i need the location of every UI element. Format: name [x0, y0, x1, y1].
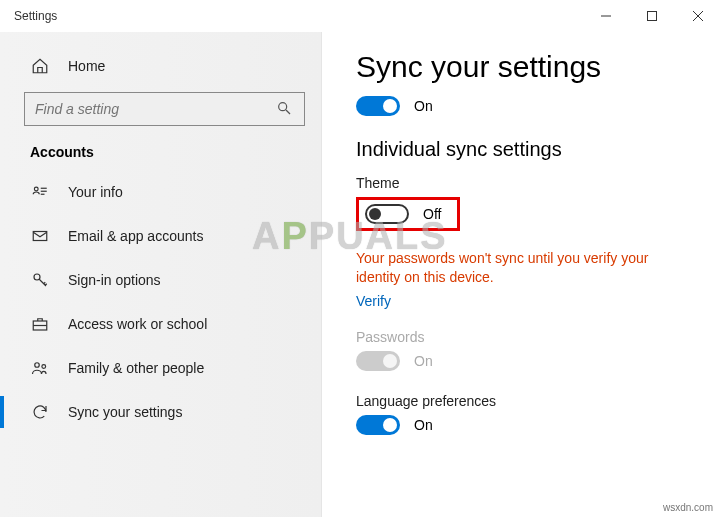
language-state: On [414, 417, 433, 433]
nav-family-people[interactable]: Family & other people [0, 346, 321, 390]
minimize-icon [601, 11, 611, 21]
nav-your-info[interactable]: Your info [0, 170, 321, 214]
minimize-button[interactable] [583, 0, 629, 32]
sync-icon [30, 403, 50, 421]
nav-signin-options[interactable]: Sign-in options [0, 258, 321, 302]
nav-email-accounts[interactable]: Email & app accounts [0, 214, 321, 258]
theme-label: Theme [356, 175, 693, 191]
person-card-icon [30, 183, 50, 201]
close-button[interactable] [675, 0, 721, 32]
key-icon [30, 271, 50, 289]
svg-point-6 [34, 187, 38, 191]
language-label: Language preferences [356, 393, 693, 409]
svg-line-5 [286, 110, 290, 114]
individual-sync-heading: Individual sync settings [356, 138, 693, 161]
page-title: Sync your settings [356, 50, 693, 84]
sidebar: Home Accounts Your info [0, 32, 322, 517]
svg-point-11 [34, 274, 40, 280]
sync-master-state: On [414, 98, 433, 114]
search-input-wrap[interactable] [24, 92, 305, 126]
titlebar: Settings [0, 0, 721, 32]
svg-point-4 [279, 102, 287, 110]
svg-point-14 [35, 363, 40, 368]
svg-rect-1 [648, 12, 657, 21]
svg-rect-10 [33, 232, 47, 241]
sync-master-toggle[interactable] [356, 96, 400, 116]
password-sync-warning: Your passwords won't sync until you veri… [356, 249, 676, 287]
window-title: Settings [14, 9, 57, 23]
watermark-credit: wsxdn.com [663, 502, 713, 513]
maximize-icon [647, 11, 657, 21]
nav-label: Sign-in options [68, 272, 161, 288]
svg-point-15 [42, 365, 46, 369]
nav-sync-settings[interactable]: Sync your settings [0, 390, 321, 434]
people-icon [30, 359, 50, 377]
nav-label: Sync your settings [68, 404, 182, 420]
language-toggle[interactable] [356, 415, 400, 435]
search-icon [276, 100, 294, 119]
nav-label: Your info [68, 184, 123, 200]
home-icon [30, 57, 50, 75]
maximize-button[interactable] [629, 0, 675, 32]
briefcase-icon [30, 315, 50, 333]
close-icon [693, 11, 703, 21]
passwords-toggle [356, 351, 400, 371]
mail-icon [30, 227, 50, 245]
nav-label: Family & other people [68, 360, 204, 376]
nav-access-work-school[interactable]: Access work or school [0, 302, 321, 346]
verify-link[interactable]: Verify [356, 293, 693, 309]
search-input[interactable] [35, 101, 276, 117]
window-controls [583, 0, 721, 32]
passwords-state: On [414, 353, 433, 369]
content-pane: Sync your settings On Individual sync se… [322, 32, 721, 517]
nav-label: Email & app accounts [68, 228, 203, 244]
passwords-label: Passwords [356, 329, 693, 345]
theme-toggle-highlight: Off [356, 197, 460, 231]
sidebar-section-accounts: Accounts [0, 138, 321, 170]
theme-toggle[interactable] [365, 204, 409, 224]
nav-home[interactable]: Home [0, 44, 321, 88]
nav-label: Access work or school [68, 316, 207, 332]
theme-state: Off [423, 206, 441, 222]
nav-home-label: Home [68, 58, 105, 74]
